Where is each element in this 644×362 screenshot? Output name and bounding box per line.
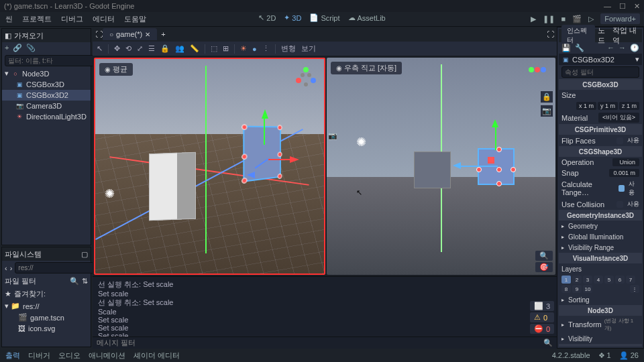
layer-buttons[interactable]: 12345 678910 ⋮	[559, 274, 642, 294]
tree-node-camera[interactable]: 📷Camera3D	[2, 101, 91, 111]
search-icon[interactable]: 🔍	[70, 277, 79, 286]
maximize-icon[interactable]: ☐	[619, 2, 626, 11]
prop-calc-tangents[interactable]: Calculate Tange…사용	[559, 178, 642, 198]
ruler-icon[interactable]: 📏	[190, 44, 199, 53]
menu-help[interactable]: 도움말	[124, 14, 146, 24]
prop-flip-faces[interactable]: Flip Faces사용	[559, 135, 642, 146]
stop-icon[interactable]: ■	[561, 15, 566, 23]
warn-count[interactable]: ⚠ 0	[530, 312, 554, 322]
add-node-icon[interactable]: +	[5, 44, 9, 52]
add-scene-icon[interactable]: +	[161, 30, 165, 38]
fwd-icon[interactable]: ›	[10, 264, 13, 272]
camera-lock-icon[interactable]: 🔒	[541, 91, 553, 103]
class-header[interactable]: Node3D	[559, 305, 642, 316]
class-header[interactable]: Node	[559, 344, 642, 347]
group-icon[interactable]: 👥	[175, 44, 184, 53]
tab-filesystem[interactable]: 파일시스템	[5, 249, 42, 259]
file-item[interactable]: 🎬 game.tscn	[2, 312, 91, 323]
sun-toggle-icon[interactable]: ☀	[240, 44, 247, 53]
error-count[interactable]: ⛔ 0	[530, 324, 554, 334]
move-gizmo-x[interactable]	[290, 156, 299, 163]
scene-tree[interactable]: ▾○Node3D ▣CSGBox3D ▣CSGBox3D2 📷Camera3D …	[2, 68, 91, 245]
list-tool-icon[interactable]: ☰	[148, 44, 155, 53]
property-filter-input[interactable]	[561, 66, 639, 78]
close-icon[interactable]: ✕	[634, 2, 640, 11]
view-menu[interactable]: 보기	[301, 44, 316, 54]
move-gizmo-x[interactable]	[488, 157, 494, 164]
info-count[interactable]: ⬜ 3	[530, 301, 554, 311]
viewport-label[interactable]: ◉ 평균	[99, 63, 133, 76]
class-header[interactable]: VisualInstance3D	[559, 253, 642, 263]
viewport-ortho[interactable]: ◉ 우측 직교 [자동] 🔒 📷	[327, 58, 555, 275]
lock-icon[interactable]: 🔒	[160, 44, 170, 53]
prop-use-collision[interactable]: Use Collision사용	[559, 198, 642, 210]
camera-view-icon[interactable]: 📷	[541, 105, 553, 117]
group-visrange[interactable]: Visibility Range	[559, 242, 642, 253]
group-geometry[interactable]: Geometry	[559, 221, 642, 231]
axis-gizmo-icon[interactable]	[525, 63, 550, 88]
tab-import[interactable]: 가져오기	[14, 31, 44, 41]
play-custom-icon[interactable]: ▷	[588, 15, 594, 23]
prop-material[interactable]: Material<비어 있음>	[559, 111, 642, 124]
move-gizmo-z[interactable]	[247, 172, 255, 178]
scene-filter-input[interactable]	[5, 55, 97, 66]
dock-pin-icon[interactable]: ◧	[5, 32, 11, 40]
bottom-tab-audio[interactable]: 오디오	[58, 351, 80, 361]
menu-editor[interactable]: 에디터	[93, 14, 115, 24]
expand-icon[interactable]: ⛶	[547, 30, 554, 38]
group-sorting[interactable]: Sorting	[559, 294, 642, 305]
class-header[interactable]: CSGShape3D	[559, 146, 642, 157]
tool-icon[interactable]: 🔧	[575, 44, 584, 52]
scale-tool-icon[interactable]: ⤢	[137, 44, 143, 53]
tree-node-root[interactable]: ▾○Node3D	[2, 68, 91, 79]
prop-operation[interactable]: OperationUnion	[559, 157, 642, 168]
filter-search-icon[interactable]: 🔍	[543, 339, 553, 347]
script-attach-icon[interactable]: 📎	[26, 44, 36, 52]
play-icon[interactable]: ▶	[531, 15, 536, 23]
sort-icon[interactable]: ⇅	[82, 277, 88, 286]
viewport-label[interactable]: ◉ 우측 직교 [자동]	[331, 62, 402, 74]
transform-menu[interactable]: 변형	[281, 44, 296, 54]
axis-gizmo-icon[interactable]	[293, 64, 319, 90]
move-tool-icon[interactable]: ✥	[114, 44, 120, 53]
menu-project[interactable]: 프로젝트	[22, 14, 52, 24]
object-selector[interactable]: ▣ CSGBox3D2 ▾	[559, 54, 642, 65]
scope-badge[interactable]: 🎯	[535, 262, 553, 272]
link-icon[interactable]: 🔗	[13, 44, 22, 52]
bottom-tab-shader[interactable]: 셰이더 에디터	[133, 351, 180, 361]
scene-tab-game[interactable]: ○ game(*) ✕	[103, 28, 157, 40]
class-header[interactable]: CSGPrimitive3D	[559, 124, 642, 135]
workspace-3d[interactable]: ✦ 3D	[284, 13, 301, 22]
tree-node-csgbox[interactable]: ▣CSGBox3D	[2, 79, 91, 90]
file-tree[interactable]: ★ 즐겨찾기: ▾ 📁 res:// 🎬 game.tscn 🖼 icon.sv…	[2, 288, 91, 347]
file-root[interactable]: ▾ 📁 res://	[2, 300, 91, 312]
save-icon[interactable]: 💾	[561, 44, 571, 52]
prop-size[interactable]: x 1 my 1 mz 1 m	[559, 101, 642, 111]
select-tool-icon[interactable]: ↖	[97, 44, 103, 53]
group-gi[interactable]: Global Illumination	[559, 231, 642, 242]
collapse-icon[interactable]: ▢	[81, 250, 88, 259]
bottom-tab-debugger[interactable]: 디버거	[28, 351, 50, 361]
workspace-2d[interactable]: ↖ 2D	[258, 13, 276, 22]
env-toggle-icon[interactable]: ●	[252, 45, 257, 53]
back-icon[interactable]: ‹	[5, 264, 7, 272]
move-gizmo-y[interactable]	[262, 109, 268, 119]
fwd-icon[interactable]: →	[619, 44, 626, 52]
history-icon[interactable]: 🕐	[630, 44, 639, 52]
move-gizmo-z[interactable]	[453, 162, 461, 169]
file-item[interactable]: 🖼 icon.svg	[2, 323, 91, 334]
workspace-script[interactable]: 📄 Script	[309, 13, 339, 22]
bottom-tab-anim[interactable]: 애니메이션	[89, 351, 125, 361]
render-mode[interactable]: Forward+	[600, 13, 640, 24]
viewport-perspective[interactable]: ◉ 평균	[94, 58, 325, 275]
minimize-icon[interactable]: —	[604, 2, 611, 11]
prop-snap[interactable]: Snap0.001 m	[559, 168, 642, 178]
back-icon[interactable]: ←	[607, 44, 614, 52]
move-gizmo-y[interactable]	[492, 119, 498, 127]
tree-node-light[interactable]: ☀DirectionalLight3D	[2, 111, 91, 122]
local-space-icon[interactable]: ⬚	[211, 44, 217, 53]
search-badge[interactable]: 🔍	[535, 251, 553, 261]
play-scene-icon[interactable]: 🎬	[572, 15, 582, 23]
class-header[interactable]: CSGBox3D	[559, 79, 642, 90]
class-header[interactable]: GeometryInstance3D	[559, 210, 642, 221]
